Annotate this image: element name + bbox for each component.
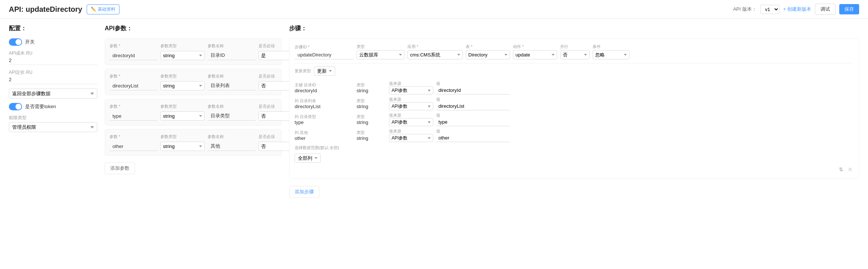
param-type-select-3[interactable]: string xyxy=(160,142,205,151)
mapping-source-1: 值来源 API参数 xyxy=(389,97,433,110)
step-condition-group: 条件 忽略 xyxy=(593,44,629,59)
step-remove-button[interactable]: ✕ xyxy=(846,166,854,173)
toggle-switch[interactable] xyxy=(9,38,22,46)
param-type-select-2[interactable]: string xyxy=(160,111,205,121)
step-app-select[interactable]: cms:CMS系统 xyxy=(407,50,463,59)
mapping-type-value-1: string xyxy=(357,104,386,109)
mapping-source-select-2[interactable]: API参数 xyxy=(389,118,433,126)
update-type-label: 更新类型 xyxy=(295,68,311,74)
permission-type-label: 权限类型 xyxy=(9,115,97,121)
param-header-name: 参数名称 xyxy=(208,73,256,79)
mapping-field-value-1: directoryList xyxy=(295,104,354,109)
return-data-row: 返回全部步骤数据 xyxy=(9,89,97,99)
param-input-2[interactable] xyxy=(110,112,157,121)
token-toggle[interactable] xyxy=(9,103,22,110)
step-condition-select[interactable]: 忽略 xyxy=(593,50,629,59)
toggle-row: 开关 xyxy=(9,38,97,46)
top-bar: API: updateDirectory ✏️ 基础资料 API 版本： v1 … xyxy=(0,0,868,19)
mapping-value-input-1[interactable] xyxy=(436,102,510,110)
step-id-input[interactable] xyxy=(295,51,354,59)
basic-info-button[interactable]: ✏️ 基础资料 xyxy=(87,4,119,14)
step-action-label: 动作 * xyxy=(513,44,557,49)
param-input-3[interactable] xyxy=(110,142,157,151)
add-param-label: 添加参数 xyxy=(110,165,129,171)
mapping-row: 列 其他 other 类型 string 值来源 API参数 值 xyxy=(295,128,854,142)
steps-title: 步骤： xyxy=(289,25,859,32)
mapping-source-0: 值来源 API参数 xyxy=(389,81,433,94)
mapping-field-label-3: 列 其他 xyxy=(295,130,354,135)
mapping-source-select-3[interactable]: API参数 xyxy=(389,134,433,142)
step-table-label: 表 * xyxy=(466,44,510,49)
save-button[interactable]: 保存 xyxy=(839,4,859,14)
api-version-label: API 版本： xyxy=(733,6,757,13)
mapping-type-value-0: string xyxy=(357,88,386,93)
basic-info-label: 基础资料 xyxy=(98,6,115,13)
param-name-input-2[interactable] xyxy=(208,112,256,121)
step-parallel-label: 并行 xyxy=(560,44,590,49)
params-container: 参数 * 参数类型 参数名称 是否必须 string 是 ⊗ 参数 * xyxy=(105,38,282,156)
return-data-select[interactable]: 返回全部步骤数据 xyxy=(9,89,97,99)
mapping-field-3: 列 其他 other xyxy=(295,130,354,141)
param-header-name: 参数名称 xyxy=(208,104,256,109)
update-type-select[interactable]: 更新 xyxy=(314,66,335,76)
mapping-row: 列 目录类型 type 类型 string 值来源 API参数 值 xyxy=(295,113,854,126)
token-label: 是否需要token xyxy=(25,103,56,110)
mapping-field-2: 列 目录类型 type xyxy=(295,114,354,125)
mapping-field-value-2: type xyxy=(295,120,354,125)
mapping-field-label-0: 主键 目录ID xyxy=(295,82,354,88)
mapping-source-select-1[interactable]: API参数 xyxy=(389,102,433,110)
mapping-value-input-3[interactable] xyxy=(436,134,510,142)
step-bottom-actions: ⇅ ✕ xyxy=(295,166,854,173)
mapping-field-1: 列 目录列表 directoryList xyxy=(295,98,354,109)
step-table-select[interactable]: Directory xyxy=(466,50,510,59)
mapping-value-input-0[interactable] xyxy=(436,86,510,94)
debug-button[interactable]: 调试 xyxy=(815,4,836,15)
param-header-name: 参数名称 xyxy=(208,134,256,139)
param-name-input-1[interactable] xyxy=(208,82,256,90)
step-id-label: 步骤ID * xyxy=(295,44,354,50)
main-content: 配置： 开关 API成本.RU 2 API定价.RU 2 返回全部步骤数据 是否… xyxy=(0,19,868,267)
param-name-input-0[interactable] xyxy=(208,51,256,60)
mapping-type-label-0: 类型 xyxy=(357,82,386,88)
add-step-button[interactable]: 添加步骤 xyxy=(289,186,319,198)
param-name-input-3[interactable] xyxy=(208,142,256,151)
mapping-source-3: 值来源 API参数 xyxy=(389,128,433,142)
mapping-field-label-2: 列 目录类型 xyxy=(295,114,354,120)
param-input-1[interactable] xyxy=(110,82,157,90)
param-row: 参数 * 参数类型 参数名称 是否必须 string 否 ⊗ xyxy=(105,69,282,95)
param-type-select-0[interactable]: string xyxy=(160,51,205,60)
mapping-value-0: 值 xyxy=(436,81,510,94)
token-toggle-row: 是否需要token xyxy=(9,103,97,110)
step-action-select[interactable]: update xyxy=(513,50,557,59)
filter-select[interactable]: 全部列 xyxy=(295,154,321,163)
mapping-source-2: 值来源 API参数 xyxy=(389,113,433,126)
step-id-group: 步骤ID * xyxy=(295,44,354,59)
mappings-container: 主键 目录ID directoryId 类型 string 值来源 API参数 … xyxy=(295,81,854,142)
create-version-link[interactable]: + 创建新版本 xyxy=(783,6,811,13)
mapping-value-input-2[interactable] xyxy=(436,118,510,126)
filter-select-wrapper: 全部列 xyxy=(295,154,854,163)
mapping-type-3: 类型 string xyxy=(357,130,386,141)
sort-icon[interactable]: ⇅ xyxy=(839,166,843,172)
top-bar-left: API: updateDirectory ✏️ 基础资料 xyxy=(9,4,119,14)
add-step-label: 添加步骤 xyxy=(295,189,314,194)
step-parallel-select[interactable]: 否 xyxy=(560,50,590,59)
mapping-source-label-0: 值来源 xyxy=(389,81,433,86)
param-header-type: 参数类型 xyxy=(160,104,205,109)
api-price-row: API定价.RU 2 xyxy=(9,69,97,84)
permission-type-row: 权限类型 管理员权限 xyxy=(9,115,97,132)
mapping-source-select-0[interactable]: API参数 xyxy=(389,86,433,94)
permission-type-select[interactable]: 管理员权限 xyxy=(9,122,97,132)
param-header-type: 参数类型 xyxy=(160,43,205,49)
step-type-select[interactable]: 云数据库 xyxy=(357,50,405,59)
mapping-row: 列 目录列表 directoryList 类型 string 值来源 API参数… xyxy=(295,97,854,110)
param-input-0[interactable] xyxy=(110,51,157,60)
step-action-group: 动作 * update xyxy=(513,44,557,59)
add-param-button[interactable]: 添加参数 xyxy=(105,162,135,174)
version-select[interactable]: v1 xyxy=(760,5,780,14)
param-type-select-1[interactable]: string xyxy=(160,81,205,90)
param-header-type: 参数类型 xyxy=(160,73,205,79)
mapping-type-2: 类型 string xyxy=(357,114,386,125)
config-title: 配置： xyxy=(9,25,97,32)
mapping-source-label-2: 值来源 xyxy=(389,113,433,118)
